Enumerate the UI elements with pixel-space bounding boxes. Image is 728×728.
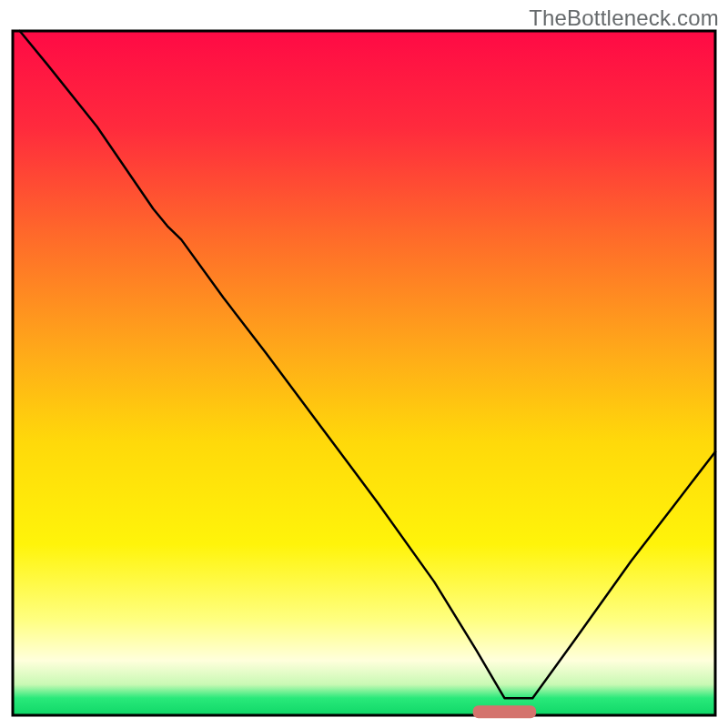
watermark-label: TheBottleneck.com <box>529 5 719 31</box>
chart-container: TheBottleneck.com <box>0 0 728 728</box>
plot-background <box>13 31 715 715</box>
bottleneck-chart <box>0 0 728 728</box>
sweet-spot-marker <box>473 705 536 718</box>
